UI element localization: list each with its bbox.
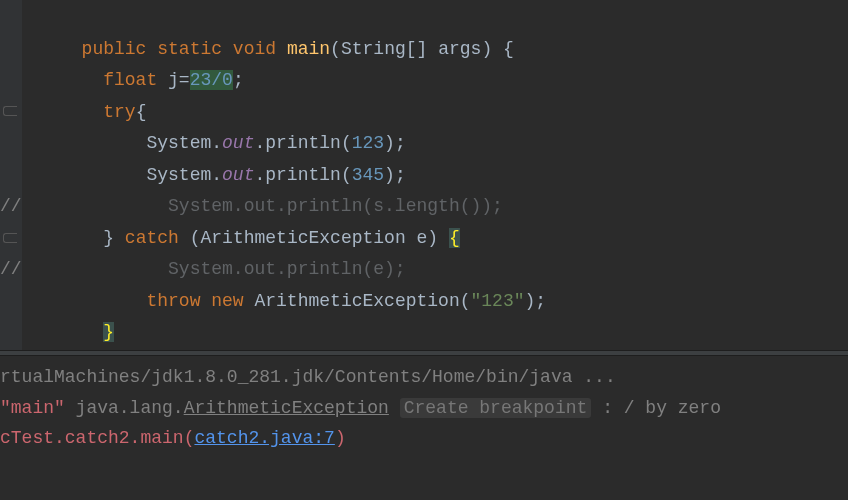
stack-frame: cTest.catch2.main( [0,428,194,448]
class-ref: System [146,133,211,153]
matched-brace: } [103,322,114,342]
variable: j [168,70,179,90]
string-literal: "123" [471,291,525,311]
code-line-commented: // System.out.println(e); [0,254,848,286]
static-field: out [222,165,254,185]
class-ref: System [146,165,211,185]
commented-code: System.out.println(s.length()); [168,196,503,216]
number-literal: 0 [222,70,233,90]
thread-name: "main" [0,398,65,418]
code-line: System.out.println(123); [0,128,848,160]
static-field: out [222,133,254,153]
number-literal: 23 [190,70,212,90]
number-literal: 345 [352,165,384,185]
code-line: throw new ArithmeticException("123"); [0,286,848,318]
exception-message: : / by zero [591,398,721,418]
keyword: float [103,70,157,90]
run-console[interactable]: rtualMachines/jdk1.8.0_281.jdk/Contents/… [0,356,848,454]
code-line-commented: // System.out.println(s.length()); [0,191,848,223]
method-call: println [265,165,341,185]
exception-link[interactable]: ArithmeticException [184,398,389,418]
number-literal: 123 [352,133,384,153]
java-path: rtualMachines/jdk1.8.0_281.jdk/Contents/… [0,367,616,387]
console-exception-line: "main" java.lang.ArithmeticException Cre… [0,393,848,424]
matched-brace: { [449,228,460,248]
keyword: new [211,291,243,311]
keyword: throw [146,291,200,311]
source-link[interactable]: catch2.java:7 [194,428,334,448]
code-line: System.out.println(345); [0,160,848,192]
comment-marker: // [0,191,22,223]
code-line: public static void main(String[] args) { [0,2,848,65]
class-ref: ArithmeticException [254,291,459,311]
code-line: try{ [0,97,848,129]
keyword: void [233,39,276,59]
comment-marker: // [0,254,22,286]
keyword: static [157,39,222,59]
console-line: rtualMachines/jdk1.8.0_281.jdk/Contents/… [0,362,848,393]
method-call: println [265,133,341,153]
keyword: public [82,39,147,59]
method-name: main [287,39,330,59]
commented-code: System.out.println(e); [168,259,406,279]
keyword: catch [125,228,179,248]
code-line: } catch (ArithmeticException e) { [0,223,848,255]
param: args [438,39,481,59]
type: String [341,39,406,59]
code-line: } [0,317,848,349]
keyword: try [103,102,135,122]
type: ArithmeticException [200,228,405,248]
variable: e [417,228,428,248]
code-editor[interactable]: public static void main(String[] args) {… [0,0,848,350]
console-stack-line: cTest.catch2.main(catch2.java:7) [0,423,848,454]
code-line: float j=23/0; [0,65,848,97]
create-breakpoint-hint[interactable]: Create breakpoint [400,398,592,418]
